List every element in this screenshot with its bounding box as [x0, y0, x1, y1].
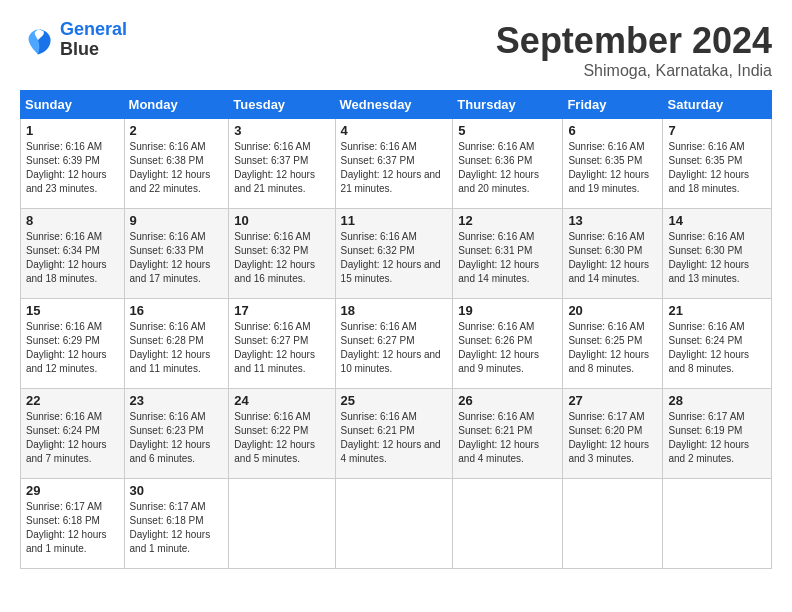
calendar-cell: 27 Sunrise: 6:17 AM Sunset: 6:20 PM Dayl… — [563, 389, 663, 479]
weekday-header: Wednesday — [335, 91, 453, 119]
calendar-cell: 17 Sunrise: 6:16 AM Sunset: 6:27 PM Dayl… — [229, 299, 335, 389]
calendar-cell: 8 Sunrise: 6:16 AM Sunset: 6:34 PM Dayli… — [21, 209, 125, 299]
calendar-week-row: 15 Sunrise: 6:16 AM Sunset: 6:29 PM Dayl… — [21, 299, 772, 389]
calendar-week-row: 22 Sunrise: 6:16 AM Sunset: 6:24 PM Dayl… — [21, 389, 772, 479]
day-info: Sunrise: 6:16 AM Sunset: 6:30 PM Dayligh… — [568, 230, 657, 286]
calendar-cell: 25 Sunrise: 6:16 AM Sunset: 6:21 PM Dayl… — [335, 389, 453, 479]
day-info: Sunrise: 6:16 AM Sunset: 6:29 PM Dayligh… — [26, 320, 119, 376]
day-info: Sunrise: 6:16 AM Sunset: 6:38 PM Dayligh… — [130, 140, 224, 196]
calendar-header-row: SundayMondayTuesdayWednesdayThursdayFrid… — [21, 91, 772, 119]
day-number: 26 — [458, 393, 557, 408]
day-info: Sunrise: 6:16 AM Sunset: 6:35 PM Dayligh… — [668, 140, 766, 196]
calendar-cell: 18 Sunrise: 6:16 AM Sunset: 6:27 PM Dayl… — [335, 299, 453, 389]
day-number: 25 — [341, 393, 448, 408]
day-info: Sunrise: 6:16 AM Sunset: 6:21 PM Dayligh… — [341, 410, 448, 466]
day-number: 3 — [234, 123, 329, 138]
day-number: 30 — [130, 483, 224, 498]
weekday-header: Friday — [563, 91, 663, 119]
day-info: Sunrise: 6:17 AM Sunset: 6:19 PM Dayligh… — [668, 410, 766, 466]
calendar-cell: 5 Sunrise: 6:16 AM Sunset: 6:36 PM Dayli… — [453, 119, 563, 209]
calendar-cell: 10 Sunrise: 6:16 AM Sunset: 6:32 PM Dayl… — [229, 209, 335, 299]
day-info: Sunrise: 6:16 AM Sunset: 6:25 PM Dayligh… — [568, 320, 657, 376]
day-number: 16 — [130, 303, 224, 318]
day-info: Sunrise: 6:16 AM Sunset: 6:30 PM Dayligh… — [668, 230, 766, 286]
calendar-cell: 9 Sunrise: 6:16 AM Sunset: 6:33 PM Dayli… — [124, 209, 229, 299]
day-number: 1 — [26, 123, 119, 138]
calendar-week-row: 29 Sunrise: 6:17 AM Sunset: 6:18 PM Dayl… — [21, 479, 772, 569]
day-number: 17 — [234, 303, 329, 318]
day-number: 12 — [458, 213, 557, 228]
weekday-header: Thursday — [453, 91, 563, 119]
day-number: 15 — [26, 303, 119, 318]
day-info: Sunrise: 6:16 AM Sunset: 6:28 PM Dayligh… — [130, 320, 224, 376]
calendar-week-row: 1 Sunrise: 6:16 AM Sunset: 6:39 PM Dayli… — [21, 119, 772, 209]
logo-text: General Blue — [60, 20, 127, 60]
day-number: 14 — [668, 213, 766, 228]
day-number: 4 — [341, 123, 448, 138]
calendar-cell — [453, 479, 563, 569]
day-number: 10 — [234, 213, 329, 228]
calendar-cell: 29 Sunrise: 6:17 AM Sunset: 6:18 PM Dayl… — [21, 479, 125, 569]
calendar-cell: 26 Sunrise: 6:16 AM Sunset: 6:21 PM Dayl… — [453, 389, 563, 479]
calendar-cell: 30 Sunrise: 6:17 AM Sunset: 6:18 PM Dayl… — [124, 479, 229, 569]
calendar-cell: 21 Sunrise: 6:16 AM Sunset: 6:24 PM Dayl… — [663, 299, 772, 389]
calendar-cell: 24 Sunrise: 6:16 AM Sunset: 6:22 PM Dayl… — [229, 389, 335, 479]
day-info: Sunrise: 6:16 AM Sunset: 6:35 PM Dayligh… — [568, 140, 657, 196]
day-info: Sunrise: 6:16 AM Sunset: 6:34 PM Dayligh… — [26, 230, 119, 286]
day-number: 24 — [234, 393, 329, 408]
day-info: Sunrise: 6:17 AM Sunset: 6:18 PM Dayligh… — [26, 500, 119, 556]
day-number: 29 — [26, 483, 119, 498]
calendar-cell: 6 Sunrise: 6:16 AM Sunset: 6:35 PM Dayli… — [563, 119, 663, 209]
page-header: General Blue September 2024 Shimoga, Kar… — [20, 20, 772, 80]
day-info: Sunrise: 6:16 AM Sunset: 6:21 PM Dayligh… — [458, 410, 557, 466]
day-number: 6 — [568, 123, 657, 138]
calendar-cell: 22 Sunrise: 6:16 AM Sunset: 6:24 PM Dayl… — [21, 389, 125, 479]
day-info: Sunrise: 6:16 AM Sunset: 6:31 PM Dayligh… — [458, 230, 557, 286]
day-number: 7 — [668, 123, 766, 138]
calendar-cell — [229, 479, 335, 569]
calendar-cell — [663, 479, 772, 569]
calendar-table: SundayMondayTuesdayWednesdayThursdayFrid… — [20, 90, 772, 569]
calendar-cell: 28 Sunrise: 6:17 AM Sunset: 6:19 PM Dayl… — [663, 389, 772, 479]
calendar-cell: 11 Sunrise: 6:16 AM Sunset: 6:32 PM Dayl… — [335, 209, 453, 299]
day-number: 8 — [26, 213, 119, 228]
calendar-cell: 16 Sunrise: 6:16 AM Sunset: 6:28 PM Dayl… — [124, 299, 229, 389]
weekday-header: Monday — [124, 91, 229, 119]
logo: General Blue — [20, 20, 127, 60]
calendar-cell: 3 Sunrise: 6:16 AM Sunset: 6:37 PM Dayli… — [229, 119, 335, 209]
day-number: 28 — [668, 393, 766, 408]
day-info: Sunrise: 6:16 AM Sunset: 6:39 PM Dayligh… — [26, 140, 119, 196]
calendar-cell: 14 Sunrise: 6:16 AM Sunset: 6:30 PM Dayl… — [663, 209, 772, 299]
weekday-header: Sunday — [21, 91, 125, 119]
day-info: Sunrise: 6:16 AM Sunset: 6:24 PM Dayligh… — [26, 410, 119, 466]
day-number: 5 — [458, 123, 557, 138]
day-number: 18 — [341, 303, 448, 318]
calendar-cell — [563, 479, 663, 569]
location: Shimoga, Karnataka, India — [496, 62, 772, 80]
calendar-cell: 23 Sunrise: 6:16 AM Sunset: 6:23 PM Dayl… — [124, 389, 229, 479]
day-info: Sunrise: 6:16 AM Sunset: 6:26 PM Dayligh… — [458, 320, 557, 376]
day-info: Sunrise: 6:16 AM Sunset: 6:27 PM Dayligh… — [234, 320, 329, 376]
title-block: September 2024 Shimoga, Karnataka, India — [496, 20, 772, 80]
day-number: 21 — [668, 303, 766, 318]
day-info: Sunrise: 6:16 AM Sunset: 6:27 PM Dayligh… — [341, 320, 448, 376]
day-info: Sunrise: 6:16 AM Sunset: 6:33 PM Dayligh… — [130, 230, 224, 286]
day-number: 22 — [26, 393, 119, 408]
day-number: 23 — [130, 393, 224, 408]
day-info: Sunrise: 6:16 AM Sunset: 6:22 PM Dayligh… — [234, 410, 329, 466]
day-info: Sunrise: 6:16 AM Sunset: 6:37 PM Dayligh… — [341, 140, 448, 196]
day-info: Sunrise: 6:16 AM Sunset: 6:24 PM Dayligh… — [668, 320, 766, 376]
day-number: 9 — [130, 213, 224, 228]
weekday-header: Tuesday — [229, 91, 335, 119]
day-number: 2 — [130, 123, 224, 138]
day-info: Sunrise: 6:16 AM Sunset: 6:23 PM Dayligh… — [130, 410, 224, 466]
day-info: Sunrise: 6:17 AM Sunset: 6:18 PM Dayligh… — [130, 500, 224, 556]
logo-icon — [20, 22, 56, 58]
calendar-cell — [335, 479, 453, 569]
calendar-cell: 4 Sunrise: 6:16 AM Sunset: 6:37 PM Dayli… — [335, 119, 453, 209]
day-info: Sunrise: 6:16 AM Sunset: 6:37 PM Dayligh… — [234, 140, 329, 196]
day-number: 19 — [458, 303, 557, 318]
calendar-cell: 19 Sunrise: 6:16 AM Sunset: 6:26 PM Dayl… — [453, 299, 563, 389]
day-info: Sunrise: 6:16 AM Sunset: 6:32 PM Dayligh… — [341, 230, 448, 286]
weekday-header: Saturday — [663, 91, 772, 119]
